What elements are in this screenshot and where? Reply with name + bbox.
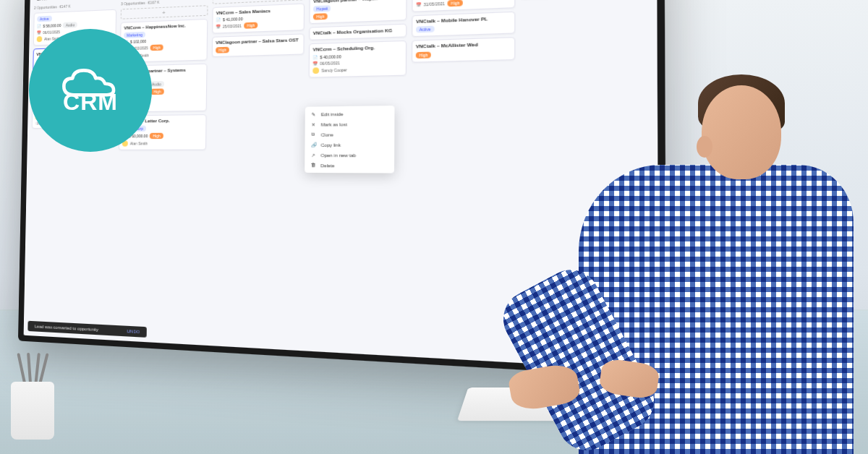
card-amount: $ 102,000 <box>130 39 146 44</box>
card-amount: $ 58,000.00 <box>43 23 61 28</box>
priority-pill: High <box>216 47 229 53</box>
opportunity-card[interactable]: VNC digi-partner Solina ES 📅31/05/2021Hi… <box>412 0 515 12</box>
priority-pill: High <box>150 88 163 95</box>
ctx-label: Clone <box>321 132 333 137</box>
amount-icon: 📄 <box>312 55 318 60</box>
column-title: 1. NEW <box>37 0 54 1</box>
date-icon: 📅 <box>312 61 318 66</box>
opportunity-card[interactable]: VNCtalk – McAllister Wed High <box>412 37 515 62</box>
card-date: 06/05/2021 <box>320 60 340 65</box>
opportunity-card[interactable]: VNClagoon partner – Hopeit GmbH Hopeit H… <box>309 0 407 24</box>
card-amount: $ 41,000.00 <box>223 17 243 22</box>
priority-pill: High <box>150 45 163 51</box>
external-icon: ↗ <box>311 153 317 158</box>
ctx-label: Copy link <box>320 142 341 147</box>
plant-leaves <box>590 255 633 320</box>
link-icon: 🔗 <box>311 142 317 147</box>
copy-icon: ⧉ <box>311 132 317 137</box>
card-date: 31/05/2021 <box>424 1 445 7</box>
amount-icon: 📄 <box>216 17 221 22</box>
opportunity-card[interactable]: VNCcrm – Sales Maniacs 📄$ 41,000.00 📅25/… <box>212 3 305 33</box>
card-title: VNCtalk – Mocks Organisation KG <box>313 28 403 37</box>
pencil-icon: ✎ <box>312 111 318 117</box>
kanban-column-3: 5 Opportunities · €407 K + VNCcrm – Sale… <box>208 0 305 320</box>
toast-undo-button[interactable]: UNDO <box>127 329 140 334</box>
keyboard <box>457 387 671 421</box>
card-amount: $ 40,000.00 <box>320 54 341 59</box>
column-subtitle: 2 Opportunities · €147 K <box>34 2 116 10</box>
priority-pill: High <box>244 22 258 29</box>
card-date: 06/01/2025 <box>43 30 60 35</box>
context-menu: ✎Edit inside ✕Mark as lost ⧉Clone 🔗Copy … <box>305 106 394 173</box>
card-owner: Alan Smith <box>130 141 148 145</box>
opportunity-card[interactable]: VNClagoon partner – Salsa Stars OST High <box>212 34 305 58</box>
crm-logo-badge: CRM <box>29 29 152 152</box>
sub-pill: Marketing <box>124 32 145 38</box>
toast-notification: Lead was converted to opportunity UNDO <box>27 321 147 338</box>
priority-pill: High <box>416 51 431 59</box>
status-pill: Active <box>37 16 51 22</box>
opportunity-card[interactable]: VNCtalk – Mocks Organisation KG <box>309 24 407 40</box>
opportunity-card[interactable]: VNCcrm – Scheduling Org. 📄$ 40,000.00 📅0… <box>309 40 407 77</box>
pen-cup <box>11 382 54 440</box>
date-icon: 📅 <box>216 25 220 30</box>
amount-icon: 📄 <box>37 24 41 28</box>
ctx-label: Open in new tab <box>320 153 356 158</box>
ctx-edit[interactable]: ✎Edit inside <box>305 108 395 119</box>
ctx-delete[interactable]: 🗑Delete <box>305 160 394 171</box>
priority-pill: High <box>150 132 163 138</box>
priority-pill: High <box>313 13 328 20</box>
avatar-icon <box>312 67 319 74</box>
desk-plant <box>586 309 637 360</box>
x-icon: ✕ <box>311 121 317 127</box>
tag-pill: Audio <box>63 22 77 28</box>
logo-text: CRM <box>63 89 118 116</box>
avatar-icon <box>37 36 43 42</box>
opportunity-card[interactable]: VNCtalk – Mobile Hanover PL Active <box>412 12 515 38</box>
ctx-clone[interactable]: ⧉Clone <box>305 129 395 140</box>
kanban-column-5: + VNC digi-partner Solina ES 📅31/05/2021… <box>410 0 515 330</box>
ctx-label: Edit inside <box>321 111 344 116</box>
ctx-label: Mark as lost <box>321 121 347 127</box>
priority-pill: High <box>448 0 464 7</box>
trash-icon: 🗑 <box>311 163 317 168</box>
status-pill: Active <box>416 26 434 33</box>
card-owner: Sandy Cooper <box>321 67 347 72</box>
date-icon: 📅 <box>416 2 421 7</box>
add-card-button[interactable]: + <box>121 5 208 20</box>
date-icon: 📅 <box>37 30 41 35</box>
ctx-label: Delete <box>320 163 334 168</box>
sub-pill: Hopeit <box>313 5 331 12</box>
mouse <box>705 341 739 377</box>
ctx-copy-link[interactable]: 🔗Copy link <box>305 140 394 150</box>
card-date: 25/03/2021 <box>223 24 242 29</box>
ctx-open-tab[interactable]: ↗Open in new tab <box>305 150 394 160</box>
toast-message: Lead was converted to opportunity <box>35 324 98 332</box>
ctx-mark-lost[interactable]: ✕Mark as lost <box>305 119 395 129</box>
